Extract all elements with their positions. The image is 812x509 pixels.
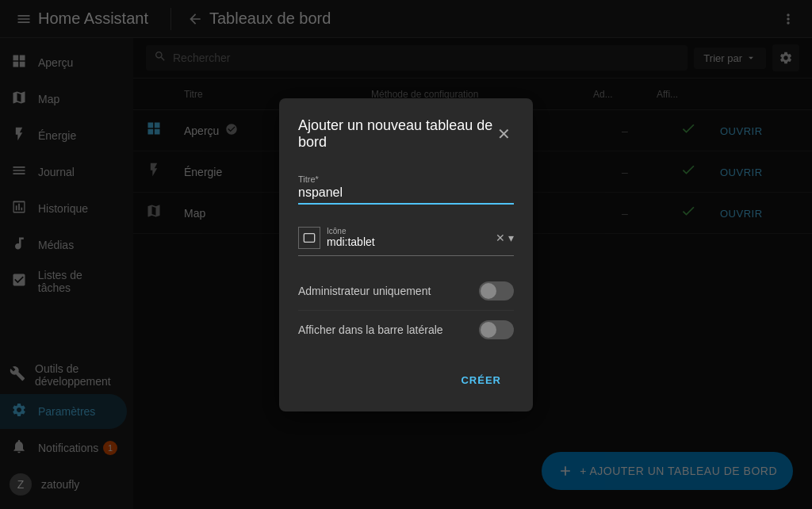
modal-header: Ajouter un nouveau tableau de bord ✕ — [298, 117, 514, 151]
svg-rect-0 — [304, 233, 314, 242]
show-toggle[interactable] — [479, 320, 514, 339]
icon-field: Icône ✕ ▾ — [298, 220, 514, 256]
title-field-label: Titre* — [298, 174, 319, 184]
modal-overlay[interactable]: Ajouter un nouveau tableau de bord ✕ Tit… — [0, 0, 812, 509]
admin-toggle-row: Administrateur uniquement — [298, 272, 514, 311]
admin-toggle[interactable] — [479, 281, 514, 300]
icon-input[interactable] — [327, 235, 489, 248]
create-button[interactable]: CRÉER — [448, 368, 514, 392]
icon-field-controls: ✕ ▾ — [496, 232, 514, 244]
title-field: Titre* — [298, 170, 514, 205]
title-input[interactable] — [298, 170, 514, 205]
icon-clear-button[interactable]: ✕ — [496, 232, 505, 244]
icon-dropdown-button[interactable]: ▾ — [508, 232, 514, 244]
modal-close-button[interactable]: ✕ — [494, 121, 514, 147]
icon-field-label: Icône — [327, 227, 489, 235]
modal-dialog: Ajouter un nouveau tableau de bord ✕ Tit… — [279, 98, 533, 411]
admin-toggle-label: Administrateur uniquement — [298, 285, 431, 297]
icon-preview — [298, 227, 320, 249]
show-toggle-label: Afficher dans la barre latérale — [298, 323, 443, 336]
show-toggle-row: Afficher dans la barre latérale — [298, 311, 514, 349]
modal-actions: CRÉER — [298, 368, 514, 392]
icon-field-inner: Icône — [327, 227, 489, 248]
modal-title: Ajouter un nouveau tableau de bord — [298, 117, 494, 151]
